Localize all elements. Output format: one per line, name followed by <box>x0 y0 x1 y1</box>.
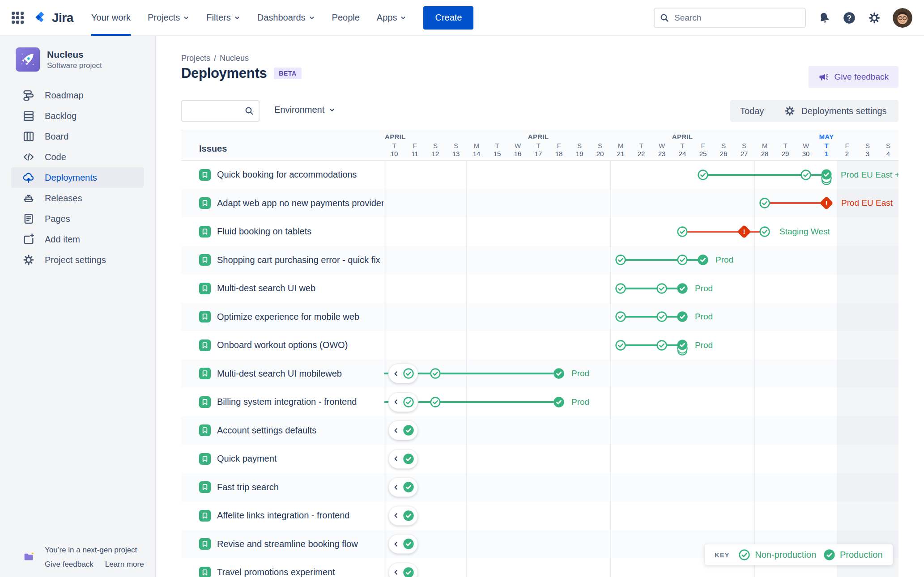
collapsed-deployments-pill[interactable] <box>388 506 418 526</box>
collapsed-deployments-pill[interactable] <box>388 392 418 412</box>
production-check-icon[interactable] <box>697 254 709 266</box>
app-switcher-icon[interactable] <box>12 12 24 24</box>
day-S27[interactable]: S27 <box>734 142 754 158</box>
non-production-check-icon[interactable] <box>615 311 626 322</box>
issue-cell[interactable]: Fast trip search <box>199 473 383 502</box>
day-M14[interactable]: M14 <box>466 142 487 158</box>
sidebar-item-pages[interactable]: Pages <box>11 208 144 229</box>
non-production-check-icon[interactable] <box>759 197 771 209</box>
nav-tab-projects[interactable]: Projects <box>148 0 189 36</box>
day-S20[interactable]: S20 <box>590 142 610 158</box>
issue-cell[interactable]: Fluid booking on tablets <box>199 217 383 246</box>
sidebar-learn-more-link[interactable]: Learn more <box>105 560 144 569</box>
day-T10[interactable]: T10 <box>384 142 405 158</box>
issue-cell[interactable]: Adapt web app no new payments providers <box>199 189 383 218</box>
production-stacked-check-icon[interactable] <box>821 169 832 186</box>
deployments-settings-button[interactable]: Deployments settings <box>772 100 898 122</box>
sidebar-item-board[interactable]: Board <box>11 126 144 147</box>
day-M28[interactable]: M28 <box>754 142 775 158</box>
sidebar-item-code[interactable]: Code <box>11 147 144 167</box>
non-production-check-icon[interactable] <box>677 226 688 238</box>
deployment-failed-icon[interactable]: ! <box>819 196 833 210</box>
non-production-check-icon[interactable] <box>430 368 441 379</box>
day-T17[interactable]: T17 <box>528 142 549 158</box>
collapsed-deployments-pill[interactable] <box>388 449 418 469</box>
nav-tab-apps[interactable]: Apps <box>377 0 407 36</box>
day-F18[interactable]: F18 <box>549 142 569 158</box>
user-avatar[interactable] <box>893 8 912 28</box>
day-F11[interactable]: F11 <box>405 142 425 158</box>
non-production-check-icon[interactable] <box>656 283 668 294</box>
non-production-check-icon[interactable] <box>430 396 441 408</box>
day-W16[interactable]: W16 <box>507 142 528 158</box>
day-S19[interactable]: S19 <box>569 142 590 158</box>
nav-tab-dashboards[interactable]: Dashboards <box>257 0 315 36</box>
non-production-check-icon[interactable] <box>759 226 771 238</box>
non-production-check-icon[interactable] <box>615 339 626 351</box>
issue-cell[interactable]: Affelite links integration - frontend <box>199 501 383 530</box>
issue-cell[interactable]: Optimize experience for mobile web <box>199 303 383 331</box>
collapsed-deployments-pill[interactable] <box>388 364 418 383</box>
sidebar-item-add-item[interactable]: Add item <box>11 229 144 250</box>
day-F2[interactable]: F2 <box>837 142 857 158</box>
production-check-icon[interactable] <box>677 283 688 294</box>
non-production-check-icon[interactable] <box>615 283 626 294</box>
help-icon[interactable] <box>843 11 856 25</box>
today-button[interactable]: Today <box>730 100 774 122</box>
day-W30[interactable]: W30 <box>796 142 816 158</box>
day-M21[interactable]: M21 <box>610 142 631 158</box>
day-T22[interactable]: T22 <box>631 142 651 158</box>
issue-cell[interactable]: Shopping cart purchasing error - quick f… <box>199 246 383 275</box>
collapsed-deployments-pill[interactable] <box>388 477 418 497</box>
sidebar-item-roadmap[interactable]: Roadmap <box>11 85 144 106</box>
collapsed-deployments-pill[interactable] <box>388 534 418 554</box>
issue-cell[interactable]: Account settings defaults <box>199 416 383 445</box>
give-feedback-button[interactable]: Give feedback <box>809 66 898 88</box>
nav-tab-filters[interactable]: Filters <box>206 0 240 36</box>
sidebar-give-feedback-link[interactable]: Give feedback <box>45 560 94 569</box>
day-S4[interactable]: S4 <box>878 142 898 158</box>
settings-gear-icon[interactable] <box>868 11 881 25</box>
issue-cell[interactable]: Billing system integration - frontend <box>199 388 383 416</box>
non-production-check-icon[interactable] <box>800 169 812 181</box>
day-S13[interactable]: S13 <box>446 142 466 158</box>
collapsed-deployments-pill[interactable] <box>388 420 418 440</box>
notifications-bell-icon[interactable] <box>818 11 831 25</box>
global-search-input[interactable] <box>654 8 806 28</box>
day-T29[interactable]: T29 <box>775 142 796 158</box>
issue-cell[interactable]: Quick payment <box>199 445 383 473</box>
production-check-icon[interactable] <box>553 368 565 379</box>
breadcrumb-nucleus[interactable]: Nucleus <box>220 54 249 63</box>
non-production-check-icon[interactable] <box>677 254 688 266</box>
day-T1[interactable]: T1 <box>816 142 837 158</box>
production-check-icon[interactable] <box>553 396 565 408</box>
production-stacked-check-icon[interactable] <box>677 339 688 356</box>
nav-tab-your-work[interactable]: Your work <box>91 0 131 36</box>
issue-cell[interactable]: Travel promotions experiment <box>199 558 383 577</box>
issue-cell[interactable]: Quick booking for accommodations <box>199 161 383 189</box>
day-S12[interactable]: S12 <box>425 142 446 158</box>
sidebar-item-releases[interactable]: Releases <box>11 188 144 208</box>
project-header[interactable]: Nucleus Software project <box>0 36 155 82</box>
environment-dropdown[interactable]: Environment <box>274 105 335 115</box>
issue-cell[interactable]: Onboard workout options (OWO) <box>199 331 383 360</box>
breadcrumb-projects[interactable]: Projects <box>181 54 210 63</box>
sidebar-item-project-settings[interactable]: Project settings <box>11 250 144 270</box>
non-production-check-icon[interactable] <box>697 169 709 181</box>
nav-tab-people[interactable]: People <box>332 0 360 36</box>
issue-cell[interactable]: Revise and streamline booking flow <box>199 530 383 559</box>
day-S26[interactable]: S26 <box>713 142 734 158</box>
issue-cell[interactable]: Multi-dest search UI web <box>199 274 383 303</box>
sidebar-item-backlog[interactable]: Backlog <box>11 106 144 126</box>
collapsed-deployments-pill[interactable] <box>388 563 418 577</box>
day-F25[interactable]: F25 <box>693 142 713 158</box>
create-button[interactable]: Create <box>423 6 473 30</box>
day-W23[interactable]: W23 <box>651 142 672 158</box>
non-production-check-icon[interactable] <box>656 339 668 351</box>
day-T15[interactable]: T15 <box>487 142 507 158</box>
deployment-failed-icon[interactable]: ! <box>737 225 751 238</box>
day-T24[interactable]: T24 <box>672 142 693 158</box>
non-production-check-icon[interactable] <box>656 311 668 322</box>
production-check-icon[interactable] <box>677 311 688 322</box>
issue-cell[interactable]: Multi-dest search UI mobileweb <box>199 360 383 388</box>
